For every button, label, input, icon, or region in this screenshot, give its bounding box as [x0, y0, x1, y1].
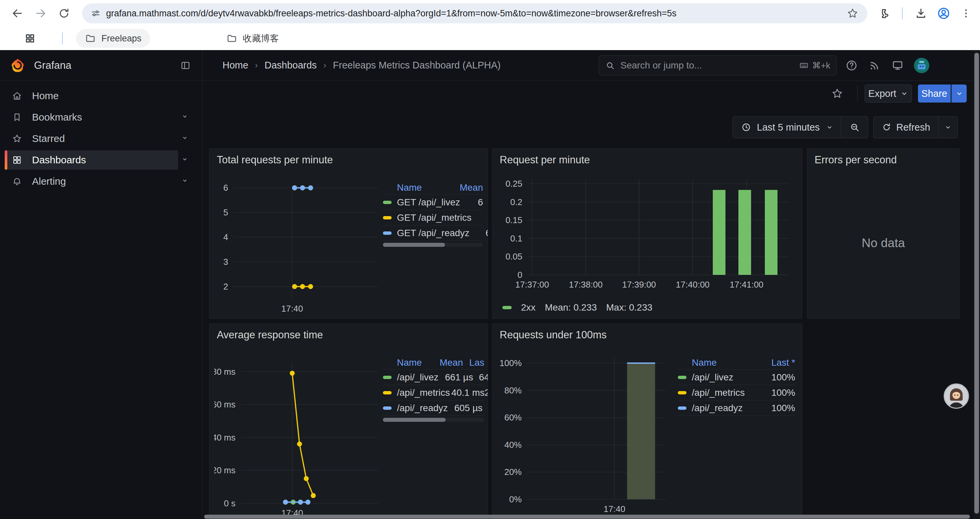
- sidebar-item-home[interactable]: Home: [0, 85, 202, 107]
- mega-menu-toggle-button[interactable]: [180, 60, 191, 71]
- sidebar-item-dashboards[interactable]: Dashboards: [0, 149, 202, 171]
- sidebar-item-bookmarks[interactable]: Bookmarks: [0, 107, 202, 128]
- svg-text:0.25: 0.25: [505, 179, 522, 189]
- panel-title[interactable]: Average response time: [217, 329, 323, 341]
- legend-value: 6: [461, 197, 483, 208]
- breadcrumb-item[interactable]: Freeleaps Metrics Dashboard (ALPHA): [333, 60, 501, 71]
- legend-scrollbar[interactable]: [383, 243, 483, 247]
- legend-row[interactable]: /api/_livez661 µs646: [383, 370, 484, 385]
- series-swatch: [383, 376, 391, 379]
- browser-profile-button[interactable]: [937, 0, 951, 27]
- panel-title[interactable]: Requests under 100ms: [500, 329, 607, 341]
- profile-person-icon: [937, 6, 951, 21]
- search-input[interactable]: [620, 60, 799, 71]
- user-avatar[interactable]: [914, 58, 929, 73]
- chevron-down-icon[interactable]: [181, 155, 189, 164]
- bookmark-folder-blogs[interactable]: 收藏博客: [218, 29, 288, 48]
- export-button[interactable]: Export: [865, 85, 912, 102]
- grafana-logo[interactable]: [10, 58, 25, 73]
- chevron-down-icon: [826, 124, 833, 131]
- display-button[interactable]: [891, 59, 904, 72]
- grafana-header-left: Grafana: [0, 50, 202, 80]
- legend-row[interactable]: GET /api/_metrics2: [383, 210, 483, 225]
- browser-reload-button[interactable]: [55, 4, 73, 23]
- share-button[interactable]: Share: [918, 85, 951, 102]
- zoom-out-time-button[interactable]: [841, 117, 868, 138]
- legend-inline[interactable]: 2xx Mean: 0.233 Max: 0.233: [502, 302, 652, 313]
- browser-menu-button[interactable]: [960, 0, 972, 27]
- refresh-interval-button[interactable]: [939, 117, 957, 138]
- legend-scrollbar-thumb[interactable]: [383, 418, 445, 422]
- vertical-scrollbar[interactable]: [973, 50, 980, 519]
- url-text[interactable]: grafana.mathmast.com/d/deytv4rwavabkb/fr…: [106, 8, 867, 19]
- svg-text:0.1: 0.1: [510, 233, 522, 243]
- search-box[interactable]: ⌘+k: [599, 56, 837, 75]
- legend-row[interactable]: GET /api/_readyz6: [383, 225, 483, 241]
- legend-scrollbar[interactable]: [383, 418, 484, 422]
- panel-requests-under-100ms: Requests under 100ms 17:400%20%40%60%80%…: [492, 323, 802, 519]
- chevron-down-icon[interactable]: [181, 113, 189, 122]
- legend-row[interactable]: /api/_metrics100%: [678, 385, 795, 401]
- address-bar[interactable]: grafana.mathmast.com/d/deytv4rwavabkb/fr…: [82, 3, 867, 23]
- time-range-button[interactable]: Last 5 minutes: [733, 117, 841, 138]
- horizontal-scrollbar-thumb[interactable]: [204, 515, 970, 519]
- bookmarks-divider: [62, 32, 63, 45]
- folder-icon: [226, 33, 237, 44]
- panel-title[interactable]: Total requests per minute: [217, 154, 333, 166]
- panel-title[interactable]: Request per minute: [500, 154, 590, 166]
- legend-row[interactable]: /api/_readyz100%: [678, 401, 795, 416]
- zoom-out-icon: [849, 122, 860, 133]
- panel-total-requests-per-minute: Total requests per minute 17:4023456 Nam…: [209, 148, 488, 319]
- bookmark-folder-label: Freeleaps: [102, 34, 142, 44]
- legend-scrollbar-thumb[interactable]: [383, 243, 445, 247]
- bookmarks-apps-button[interactable]: [21, 29, 39, 48]
- request-per-minute-chart[interactable]: 17:37:0017:38:0017:39:0017:40:0017:41:00…: [497, 175, 797, 294]
- sidebar-item-label: Starred: [32, 133, 65, 144]
- star-icon: [831, 88, 843, 99]
- chevron-down-icon[interactable]: [181, 134, 189, 143]
- total-requests-chart[interactable]: 17:4023456: [214, 177, 381, 314]
- panel-title[interactable]: Errors per second: [815, 154, 897, 166]
- legend-name: /api/_metrics: [397, 387, 450, 398]
- refresh-button[interactable]: Refresh: [873, 117, 938, 138]
- bookmark-folder-freeleaps[interactable]: Freeleaps: [76, 29, 150, 48]
- legend-row[interactable]: /api/_metrics40.1 ms20.5 m: [383, 385, 484, 401]
- legend-table: NameLast */api/_livez100%/api/_metrics10…: [678, 356, 795, 416]
- legend-header-row[interactable]: NameMean: [383, 181, 483, 195]
- legend-header-row[interactable]: NameMeanLas: [383, 356, 484, 370]
- breadcrumb-item[interactable]: Dashboards: [264, 60, 317, 71]
- legend-value: 646: [473, 372, 488, 383]
- legend-row[interactable]: /api/_readyz605 µs620: [383, 401, 484, 416]
- average-response-time-chart[interactable]: 17:400 s20 ms40 ms60 ms80 ms: [214, 352, 382, 519]
- downloads-button[interactable]: [915, 0, 927, 27]
- sidebar-item-label: Bookmarks: [32, 112, 82, 123]
- favorite-dashboard-button[interactable]: [831, 88, 843, 99]
- share-menu-button[interactable]: [951, 85, 967, 102]
- legend-row[interactable]: GET /api/_livez6: [383, 195, 483, 210]
- help-button[interactable]: [845, 59, 858, 72]
- series-swatch: [383, 216, 391, 219]
- browser-back-button[interactable]: [8, 4, 27, 23]
- horizontal-scrollbar[interactable]: [203, 514, 973, 519]
- svg-text:0.05: 0.05: [505, 251, 522, 262]
- bookmark-star-button[interactable]: [846, 7, 859, 19]
- legend-header-row[interactable]: NameLast *: [678, 356, 795, 370]
- svg-text:60%: 60%: [504, 412, 522, 423]
- sidebar-item-alerting[interactable]: Alerting: [0, 171, 202, 192]
- series-max: Max: 0.233: [606, 302, 652, 313]
- news-button[interactable]: [869, 59, 881, 72]
- extensions-button[interactable]: [878, 0, 890, 27]
- browser-toolbar: grafana.mathmast.com/d/deytv4rwavabkb/fr…: [0, 0, 980, 27]
- requests-under-100ms-chart[interactable]: 17:400%20%40%60%80%100%: [497, 352, 670, 514]
- legend-row[interactable]: /api/_livez100%: [678, 370, 795, 385]
- assistant-avatar-button[interactable]: [943, 383, 969, 409]
- series-swatch: [502, 306, 512, 309]
- vertical-scrollbar-thumb[interactable]: [974, 53, 979, 514]
- breadcrumb-item[interactable]: Home: [223, 60, 248, 71]
- sidebar-item-starred[interactable]: Starred: [0, 128, 202, 149]
- home-icon: [12, 91, 22, 101]
- chevron-down-icon[interactable]: [181, 177, 189, 186]
- svg-text:0 s: 0 s: [224, 498, 235, 508]
- browser-forward-button[interactable]: [31, 4, 50, 23]
- site-settings-icon[interactable]: [90, 8, 102, 19]
